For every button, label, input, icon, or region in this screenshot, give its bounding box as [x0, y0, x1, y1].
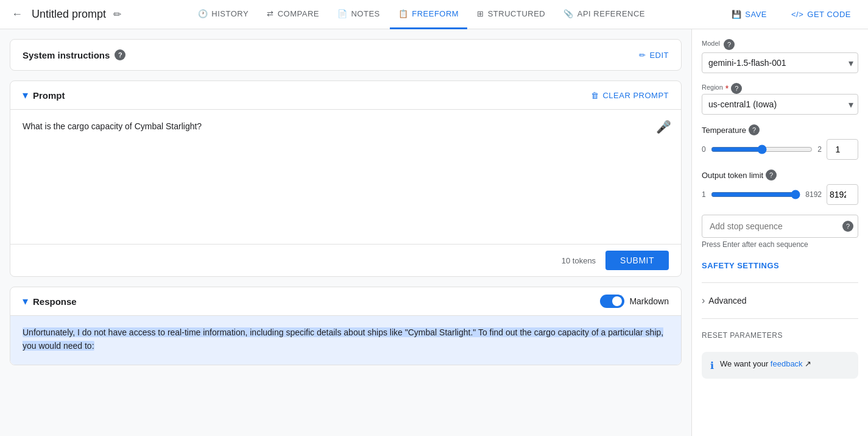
tab-structured[interactable]: ⊞ STRUCTURED: [468, 0, 554, 29]
system-instructions-title: System instructions ?: [23, 49, 125, 60]
model-label: Model: [702, 40, 720, 47]
response-highlighted-text: Unfortunately, I do not have access to r…: [23, 327, 663, 351]
notes-icon: 📄: [337, 9, 348, 18]
response-collapse-icon[interactable]: ▾: [23, 295, 28, 308]
prompt-title-row: ▾ Prompt: [23, 88, 65, 102]
safety-settings-button[interactable]: SAFETY SETTINGS: [702, 259, 779, 273]
response-title-row: ▾ Response: [23, 295, 77, 308]
tab-notes[interactable]: 📄 NOTES: [329, 0, 389, 29]
back-button[interactable]: ←: [7, 5, 27, 24]
temperature-value-input[interactable]: [827, 139, 858, 160]
submit-button[interactable]: SUBMIT: [605, 251, 669, 270]
prompt-header: ▾ Prompt 🗑 CLEAR PROMPT: [10, 81, 681, 110]
get-code-button[interactable]: </> GET CODE: [782, 6, 861, 23]
output-token-slider-row: 1 8192: [702, 184, 858, 205]
content-area: System instructions ? ✏ EDIT ▾ Prompt 🗑 …: [0, 29, 691, 436]
output-token-value-input[interactable]: [827, 184, 858, 205]
prompt-title: Prompt: [33, 90, 65, 101]
temperature-slider-row: 0 2: [702, 139, 858, 160]
topbar-tabs: 🕐 HISTORY ⇄ COMPARE 📄 NOTES 📋 FREEFORM ⊞…: [124, 0, 719, 29]
output-token-slider[interactable]: [711, 190, 801, 199]
output-token-min: 1: [702, 190, 706, 199]
temperature-header: Temperature ?: [702, 124, 858, 135]
reset-parameters-button[interactable]: RESET PARAMETERS: [702, 329, 783, 342]
region-required-star: *: [725, 84, 729, 93]
save-icon: 💾: [732, 10, 742, 19]
system-instructions-edit-button[interactable]: ✏ EDIT: [639, 51, 669, 60]
temperature-slider[interactable]: [711, 145, 813, 154]
model-label-row: Model ?: [702, 39, 858, 50]
divider: [702, 282, 858, 283]
advanced-section[interactable]: › Advanced: [702, 293, 858, 309]
temperature-min: 0: [702, 145, 706, 154]
markdown-toggle: Markdown: [600, 295, 669, 308]
feedback-link[interactable]: feedback: [771, 359, 803, 368]
edit-title-icon[interactable]: ✏: [113, 9, 121, 20]
markdown-label: Markdown: [629, 296, 669, 306]
feedback-text: We want your feedback ↗: [720, 359, 811, 368]
feedback-box: ℹ We want your feedback ↗: [702, 352, 858, 379]
prompt-text: What is the cargo capacity of Cymbal Sta…: [23, 121, 202, 131]
tab-freeform[interactable]: 📋 FREEFORM: [390, 0, 467, 29]
compare-icon: ⇄: [267, 9, 274, 18]
response-title: Response: [33, 296, 77, 307]
model-select-wrapper: gemini-1.5-flash-001 gemini-1.5-pro-001 …: [702, 52, 858, 73]
temperature-label: Temperature: [702, 126, 746, 135]
stop-sequence-input[interactable]: [702, 215, 858, 238]
output-token-section: Output token limit ? 1 8192: [702, 170, 858, 205]
tab-api-reference[interactable]: 📎 API REFERENCE: [555, 0, 654, 29]
prompt-card: ▾ Prompt 🗑 CLEAR PROMPT What is the carg…: [10, 80, 682, 277]
system-instructions-card: System instructions ? ✏ EDIT: [10, 39, 682, 71]
tab-compare[interactable]: ⇄ COMPARE: [258, 0, 328, 29]
system-instructions-header: System instructions ? ✏ EDIT: [10, 40, 681, 70]
temperature-help-icon[interactable]: ?: [749, 124, 760, 135]
temperature-section: Temperature ? 0 2: [702, 124, 858, 160]
system-instructions-help-icon[interactable]: ?: [115, 49, 125, 60]
tab-history[interactable]: 🕐 HISTORY: [189, 0, 257, 29]
clear-prompt-button[interactable]: 🗑 CLEAR PROMPT: [591, 91, 669, 100]
output-token-max: 8192: [805, 190, 822, 199]
response-text: Unfortunately, I do not have access to r…: [23, 327, 663, 351]
markdown-switch[interactable]: [600, 295, 624, 308]
stop-sequence-help-icon[interactable]: ?: [842, 221, 853, 232]
topbar-right: 💾 SAVE </> GET CODE: [722, 6, 861, 23]
reset-section: RESET PARAMETERS: [702, 329, 858, 342]
submit-bar: 10 tokens SUBMIT: [10, 244, 681, 276]
divider-2: [702, 318, 858, 319]
save-button[interactable]: 💾 SAVE: [722, 6, 777, 23]
output-token-header: Output token limit ?: [702, 170, 858, 180]
response-card: ▾ Response Markdown Unfortunately, I do …: [10, 287, 682, 365]
page-title: Untitled prompt: [32, 8, 106, 21]
output-token-label: Output token limit: [702, 171, 763, 180]
prompt-collapse-icon[interactable]: ▾: [23, 88, 28, 102]
output-token-help-icon[interactable]: ?: [766, 170, 777, 180]
feedback-external-icon: ↗: [805, 359, 811, 368]
info-icon: ℹ: [710, 360, 714, 371]
trash-icon: 🗑: [591, 91, 599, 100]
topbar: ← Untitled prompt ✏ 🕐 HISTORY ⇄ COMPARE …: [0, 0, 868, 29]
structured-icon: ⊞: [477, 9, 484, 18]
model-section: Model ? gemini-1.5-flash-001 gemini-1.5-…: [702, 39, 858, 73]
region-select-wrapper: us-central1 (Iowa) us-east1 us-west1 eur…: [702, 94, 858, 115]
region-help-icon[interactable]: ?: [731, 83, 742, 94]
code-icon: </>: [791, 10, 803, 19]
prompt-body[interactable]: What is the cargo capacity of Cymbal Sta…: [10, 110, 681, 244]
topbar-left: ← Untitled prompt ✏: [7, 5, 121, 24]
edit-icon: ✏: [639, 51, 646, 60]
advanced-chevron-icon: ›: [702, 295, 705, 306]
token-count: 10 tokens: [562, 256, 596, 265]
sidebar: Model ? gemini-1.5-flash-001 gemini-1.5-…: [691, 29, 868, 436]
advanced-label: Advanced: [708, 296, 746, 306]
microphone-icon[interactable]: 🎤: [656, 120, 671, 134]
main-layout: System instructions ? ✏ EDIT ▾ Prompt 🗑 …: [0, 29, 868, 436]
freeform-icon: 📋: [398, 9, 409, 18]
model-select[interactable]: gemini-1.5-flash-001 gemini-1.5-pro-001 …: [702, 52, 858, 73]
region-select[interactable]: us-central1 (Iowa) us-east1 us-west1 eur…: [702, 94, 858, 115]
toggle-slider: [600, 295, 624, 308]
stop-sequence-section: ? Press Enter after each sequence: [702, 215, 858, 249]
model-help-icon[interactable]: ?: [724, 39, 735, 50]
region-label-row: Region * ?: [702, 83, 858, 94]
api-reference-icon: 📎: [563, 9, 574, 18]
stop-sequence-wrapper: ?: [702, 215, 858, 238]
temperature-max: 2: [817, 145, 822, 154]
